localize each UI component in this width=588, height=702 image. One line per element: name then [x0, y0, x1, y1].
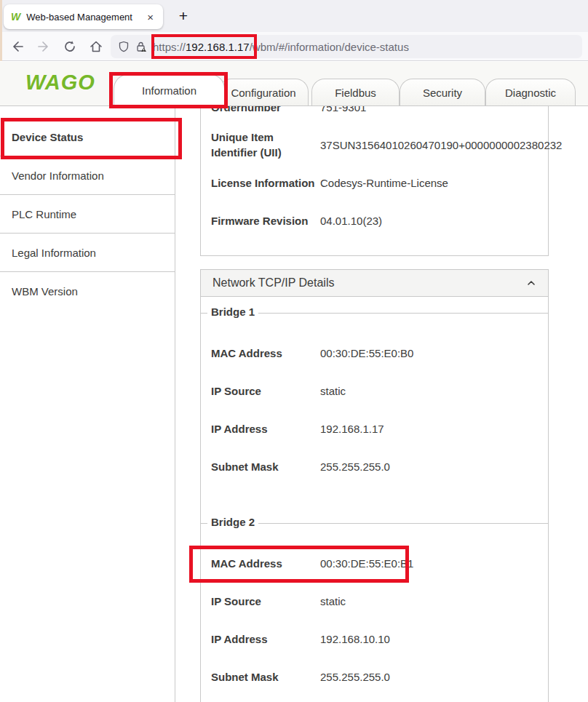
bridge-2-legend: Bridge 2 — [207, 516, 258, 528]
table-row-ordernumber: Ordernumber 751-9301 — [201, 106, 548, 126]
row-value: 192.168.10.10 — [320, 633, 538, 645]
tab-fieldbus[interactable]: Fieldbus — [311, 79, 400, 105]
table-row-subnet-1: Subnet Mask 255.255.255.0 — [201, 447, 548, 485]
row-value: 37SUN31564010260470190+0000000002380232 — [320, 139, 562, 151]
table-row-ipsource-2: IP Source static — [201, 582, 548, 620]
table-row-uii: Unique Item Identifier (UII) 37SUN315640… — [201, 126, 548, 164]
bridge-1-group: Bridge 1 MAC Address 00:30:DE:55:E0:B0 I… — [201, 313, 548, 485]
network-card-header[interactable]: Network TCP/IP Details — [201, 270, 548, 297]
row-value: static — [320, 385, 538, 397]
wago-logo: WAGO — [25, 71, 95, 95]
sidebar-item-vendor-information[interactable]: Vendor Information — [0, 156, 175, 195]
row-value: static — [320, 595, 538, 607]
chevron-up-icon[interactable] — [526, 278, 536, 288]
new-tab-button[interactable]: + — [173, 6, 194, 26]
table-row-ipaddress-1: IP Address 192.168.1.17 — [201, 410, 548, 447]
tab-information[interactable]: Information — [114, 74, 225, 106]
table-row-ipsource-1: IP Source static — [201, 372, 548, 410]
row-value: 00:30:DE:55:E0:B0 — [320, 347, 538, 359]
row-value: Codesys-Runtime-License — [320, 177, 538, 189]
row-value: 255.255.255.0 — [320, 460, 538, 473]
wbm-header: WAGO Information Configuration Fieldbus … — [0, 62, 588, 106]
row-label: IP Address — [211, 421, 320, 436]
url-text[interactable]: https://192.168.1.17/wbm/#/information/d… — [153, 41, 409, 53]
row-label: License Information — [211, 175, 320, 191]
row-label: IP Source — [211, 383, 320, 399]
browser-tab-title: Web-based Management — [26, 12, 139, 23]
table-row-mac-1: MAC Address 00:30:DE:55:E0:B0 — [201, 334, 548, 372]
sidebar-item-device-status[interactable]: Device Status — [0, 118, 175, 156]
lock-warning-icon[interactable] — [135, 41, 147, 52]
table-row-subnet-2: Subnet Mask 255.255.255.0 — [201, 658, 548, 695]
table-row-firmware: Firmware Revision 04.01.10(23) — [201, 202, 548, 239]
tab-close-icon[interactable]: × — [145, 11, 156, 23]
row-label: Unique Item Identifier (UII) — [211, 129, 320, 160]
wago-favicon-icon: W — [11, 11, 20, 23]
bridge-2-group: Bridge 2 MAC Address 00:30:DE:55:E0:B1 I… — [201, 523, 548, 695]
sidebar: Device Status Vendor Information PLC Run… — [0, 106, 175, 702]
sidebar-item-wbm-version[interactable]: WBM Version — [0, 272, 175, 311]
row-value: 00:30:DE:55:E0:B1 — [320, 557, 538, 570]
row-value: 255.255.255.0 — [320, 671, 538, 683]
table-row-ipaddress-2: IP Address 192.168.10.10 — [201, 620, 548, 658]
row-value: 751-9301 — [320, 106, 538, 113]
row-value: 192.168.1.17 — [320, 423, 538, 435]
row-label: IP Address — [211, 631, 320, 647]
browser-tab-strip: W Web-based Management × + — [0, 0, 588, 32]
row-label: Ordernumber — [211, 106, 320, 115]
shield-icon[interactable] — [118, 41, 130, 52]
network-details-card: Network TCP/IP Details Bridge 1 MAC Addr… — [200, 269, 549, 702]
browser-tab[interactable]: W Web-based Management × — [4, 4, 163, 29]
row-label: Firmware Revision — [211, 213, 320, 228]
device-details-card: Ordernumber 751-9301 Unique Item Identif… — [200, 106, 549, 256]
forward-icon — [36, 39, 51, 54]
row-label: Subnet Mask — [211, 459, 320, 474]
sidebar-item-plc-runtime[interactable]: PLC Runtime — [0, 195, 175, 234]
main-content: Ordernumber 751-9301 Unique Item Identif… — [175, 106, 588, 702]
tab-diagnostic[interactable]: Diagnostic — [485, 79, 576, 105]
back-icon[interactable] — [10, 39, 25, 54]
row-label: Subnet Mask — [211, 669, 320, 685]
row-label: MAC Address — [211, 556, 320, 571]
network-card-title: Network TCP/IP Details — [212, 276, 334, 290]
sidebar-item-legal-information[interactable]: Legal Information — [0, 234, 175, 272]
url-bar[interactable]: https://192.168.1.17/wbm/#/information/d… — [111, 35, 582, 58]
url-host: 192.168.1.17 — [186, 41, 250, 53]
reload-icon[interactable] — [63, 39, 77, 54]
row-value: 04.01.10(23) — [320, 215, 538, 227]
row-label: IP Source — [211, 594, 320, 609]
url-scheme: https:// — [153, 41, 186, 53]
table-row-mac-2: MAC Address 00:30:DE:55:E0:B1 — [201, 544, 548, 582]
tab-security[interactable]: Security — [400, 79, 485, 105]
table-row-license: License Information Codesys-Runtime-Lice… — [201, 164, 548, 202]
home-icon[interactable] — [89, 39, 103, 54]
row-label: MAC Address — [211, 346, 320, 361]
url-path: /wbm/#/information/device-status — [250, 41, 409, 53]
tab-configuration[interactable]: Configuration — [218, 79, 309, 105]
bridge-1-legend: Bridge 1 — [207, 306, 258, 318]
